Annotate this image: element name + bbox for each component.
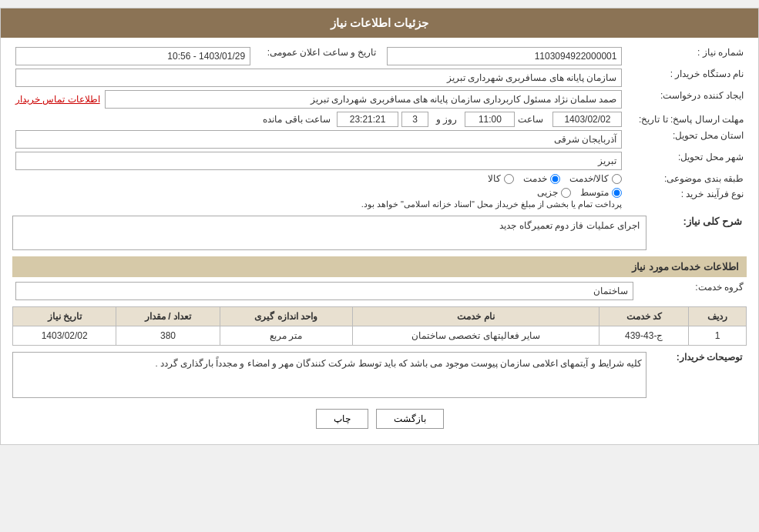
cell-count: 380 — [116, 326, 220, 346]
name-dastgah-label: نام دستگاه خریدار : — [670, 69, 744, 79]
saat-value: 11:00 — [465, 112, 515, 127]
tvsiyat-section: توصیحات خریدار: کلیه شرایط و آیتمهای اعل… — [12, 352, 747, 398]
cell-unit: متر مربع — [220, 326, 352, 346]
sharh-label: شرح کلی نیاز: — [646, 216, 747, 227]
tvsiyat-label: توصیحات خریدار: — [646, 352, 747, 363]
shomara-niaz-value: 1103094922000001 — [387, 47, 622, 65]
radio-khadamat-label: خدمت — [523, 173, 547, 184]
col-date: تاریخ نیاز — [13, 307, 116, 326]
table-row: 1ج-43-439سایر فعالیتهای تخصصی ساختمانمتر… — [13, 326, 747, 346]
col-count: تعداد / مقدار — [116, 307, 220, 326]
ijad-konande-label: ایجاد کننده درخواست: — [660, 90, 744, 101]
radio-jozii-item[interactable]: جزیی — [537, 187, 571, 198]
noe-farayand-label: نوع فرآیند خرید : — [681, 189, 744, 199]
radio-khadamat-item[interactable]: خدمت — [523, 173, 560, 184]
page-wrapper: جزئیات اطلاعات نیاز شماره نیاز : 1103094… — [0, 8, 759, 445]
cell-code: ج-43-439 — [599, 326, 689, 346]
mohlet-label: مهلت ارسال پاسخ: تا تاریخ: — [639, 114, 744, 125]
radio-motavasset-item[interactable]: متوسط — [580, 187, 622, 198]
radio-motavasset-label: متوسط — [580, 187, 609, 198]
services-table: ردیف کد خدمت نام خدمت واحد اندازه گیری ت… — [12, 306, 747, 346]
mohlet-date: 1403/02/02 — [552, 112, 622, 127]
info-section: شماره نیاز : 1103094922000001 تاریخ و سا… — [12, 45, 747, 211]
radio-kala[interactable] — [504, 174, 514, 184]
radio-kala-khadamat[interactable] — [612, 174, 622, 184]
farayand-note: پرداخت تمام یا بخشی از مبلغ خریداز محل "… — [15, 199, 622, 209]
sharh-section: شرح کلی نیاز: اجرای عملیات فاز دوم تعمیر… — [12, 216, 747, 250]
tabaqe-label: طبقه بندی موضوعی: — [664, 173, 744, 184]
tvsiyat-value: کلیه شرایط و آیتمهای اعلامی سازمان پیوست… — [12, 352, 646, 398]
shahr-label: شهر محل تحویل: — [678, 152, 744, 162]
rooz-value: 3 — [401, 112, 428, 127]
group-label: گروه خدمت: — [695, 282, 744, 293]
cell-date: 1403/02/02 — [13, 326, 116, 346]
ostan-label: استان محل تحویل: — [673, 130, 744, 141]
radio-jozii-label: جزیی — [537, 187, 558, 198]
tarikh-value: 1403/01/29 - 10:56 — [15, 47, 250, 65]
saat-label: ساعت — [518, 114, 543, 125]
rooz-label: روز و — [436, 114, 457, 125]
ostan-value: آذربایجان شرقی — [15, 130, 622, 149]
main-content: شماره نیاز : 1103094922000001 تاریخ و سا… — [1, 38, 758, 444]
col-code: کد خدمت — [599, 307, 689, 326]
radio-motavasset[interactable] — [612, 188, 622, 198]
shomara-niaz-label: شماره نیاز : — [697, 47, 744, 58]
back-button[interactable]: بازگشت — [376, 409, 444, 429]
farayand-radio-group: متوسط جزیی — [15, 187, 622, 198]
ijad-konande-value: صمد سلمان نژاد مسئول کاربرداری سازمان پا… — [105, 90, 623, 109]
cell-radif: 1 — [689, 326, 747, 346]
sharh-value: اجرای عملیات فاز دوم تعمیرگاه جدید — [12, 216, 646, 250]
radio-khadamat[interactable] — [550, 174, 560, 184]
radio-kala-label: کالا — [488, 173, 501, 184]
page-header: جزئیات اطلاعات نیاز — [1, 8, 758, 38]
tarikh-label: تاریخ و ساعت اعلان عمومی: — [267, 47, 377, 58]
radio-kala-khadamat-item[interactable]: کالا/خدمت — [569, 173, 622, 184]
remaining-label: ساعت باقی مانده — [263, 114, 331, 125]
group-section: گروه خدمت: ساختمان — [12, 280, 747, 302]
name-dastgah-value: سازمان پایانه های مسافربری شهرداری تبریز — [15, 69, 622, 87]
radio-kala-item[interactable]: کالا — [488, 173, 514, 184]
col-name: نام خدمت — [352, 307, 599, 326]
section2-header: اطلاعات خدمات مورد نیاز — [12, 256, 747, 277]
remaining-value: 23:21:21 — [337, 112, 398, 127]
buttons-row: بازگشت چاپ — [12, 409, 747, 429]
radio-jozii[interactable] — [561, 188, 571, 198]
group-value: ساختمان — [15, 282, 633, 300]
contact-link[interactable]: اطلاعات تماس خریدار — [15, 94, 100, 105]
shahr-value: تبریز — [15, 152, 622, 170]
radio-kala-khadamat-label: کالا/خدمت — [569, 173, 609, 184]
page-title: جزئیات اطلاعات نیاز — [331, 16, 428, 29]
tabaqe-radio-group: کالا/خدمت خدمت کالا — [15, 173, 622, 184]
print-button[interactable]: چاپ — [316, 409, 368, 429]
cell-name: سایر فعالیتهای تخصصی ساختمان — [352, 326, 599, 346]
col-unit: واحد اندازه گیری — [220, 307, 352, 326]
col-radif: ردیف — [689, 307, 747, 326]
